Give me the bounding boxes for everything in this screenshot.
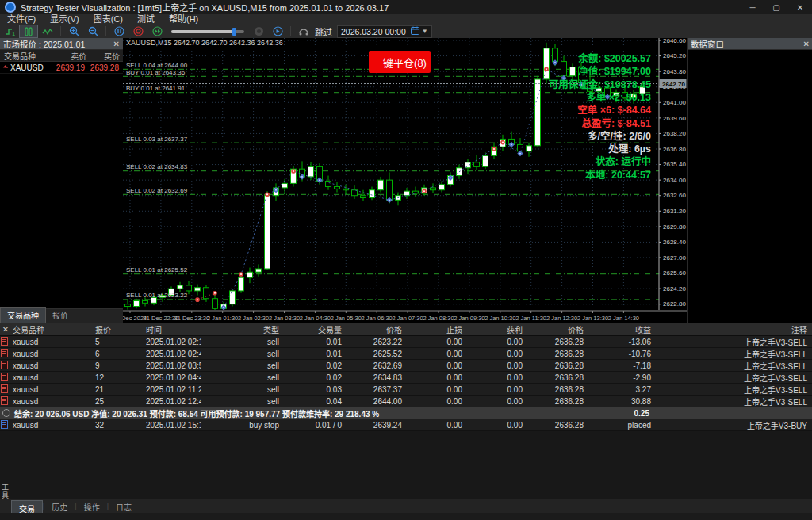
menu-item[interactable]: 图表(C): [86, 14, 130, 25]
cell-profit: placed: [584, 421, 651, 430]
cell-profit: -13.06: [584, 338, 651, 346]
svg-text:1: 1: [12, 30, 15, 36]
svg-text:2646.60: 2646.60: [663, 38, 686, 44]
col-header[interactable]: 交易品种: [11, 323, 95, 335]
col-bid[interactable]: 卖价: [52, 50, 86, 62]
col-ask[interactable]: 买价: [86, 50, 123, 62]
account-summary-row[interactable]: 结余: 20 026.06 USD 净值: 20 026.31 预付款: 68.…: [0, 407, 812, 419]
svg-text:2625.60: 2625.60: [663, 270, 686, 277]
cell-comment: 上帝之手V3-SELL: [651, 360, 812, 372]
bottom-tab-bar: 交易|历史|操作|日志: [0, 499, 812, 514]
play-circle-icon[interactable]: [269, 25, 286, 37]
cell-tp: 0.00: [462, 385, 523, 394]
menu-item[interactable]: 文件(F): [0, 14, 43, 25]
col-header[interactable]: 获利: [462, 323, 523, 335]
cell-profit: 3.27: [584, 385, 651, 394]
svg-text:SELL 0.02 at 2634.83: SELL 0.02 at 2634.83: [126, 163, 188, 170]
tab-symbols[interactable]: 交易品种: [0, 307, 46, 323]
symbol-name: XAUUSD: [10, 63, 44, 72]
pause-icon[interactable]: [20, 25, 37, 37]
table-row[interactable]: xauusd52025.01.02 02:14:...sell0.012623.…: [0, 336, 812, 348]
col-header[interactable]: 类型: [201, 323, 279, 335]
speed-slider-handle[interactable]: [232, 28, 236, 36]
svg-text:BUY 0.01 at 2641.91: BUY 0.01 at 2641.91: [126, 85, 186, 92]
col-header[interactable]: 价格: [523, 323, 584, 335]
cell-volume: 0.02: [279, 373, 342, 382]
chevron-down-icon[interactable]: ▼: [422, 28, 428, 35]
table-row[interactable]: xauusd252025.01.02 12:44:...sell0.042644…: [0, 396, 812, 407]
table-row[interactable]: xauusd122025.01.02 04:44:...sell0.022634…: [0, 372, 812, 384]
order-type-icon: [0, 349, 11, 358]
svg-text:多/空/挂: 2/6/0: 多/空/挂: 2/6/0: [588, 130, 651, 142]
bottom-tab-1[interactable]: 交易: [11, 500, 43, 514]
svg-text:2 Jan 09:30: 2 Jan 09:30: [454, 315, 485, 322]
cell-tp: 0.00: [462, 421, 523, 430]
trades-close-icon[interactable]: ✕: [0, 325, 11, 334]
skip-label[interactable]: 跳过: [315, 25, 332, 38]
table-row[interactable]: xauusd92025.01.02 03:59:...sell0.022632.…: [0, 360, 812, 372]
cell-time: 2025.01.02 02:14:...: [146, 338, 201, 346]
close-button[interactable]: ✕: [788, 0, 812, 14]
market-watch-close-icon[interactable]: ✕: [113, 40, 120, 48]
stop-circle-icon[interactable]: [129, 25, 147, 37]
svg-text:2 Jan 12:30: 2 Jan 12:30: [546, 315, 577, 322]
date-selector[interactable]: 2026.03.20 00:00 ▼: [337, 25, 432, 38]
cell-ticket: 5: [95, 338, 146, 346]
cell-comment: 上帝之手V3-BUY: [651, 419, 812, 431]
calendar-icon[interactable]: [411, 26, 419, 36]
skip-to-date-icon[interactable]: [295, 25, 312, 37]
cell-volume: 0.01 / 0: [279, 421, 342, 430]
table-row[interactable]: xauusd212025.01.02 11:29:...sell0.032637…: [0, 384, 812, 396]
chart-area[interactable]: SELL 0.04 at 2644.00BUY 0.01 at 2643.36B…: [123, 38, 687, 323]
table-row[interactable]: xauusd322025.01.02 15:15:...buy stop0.01…: [0, 419, 812, 431]
zoom-out-icon[interactable]: [84, 25, 102, 37]
pause-circle-icon[interactable]: [110, 25, 128, 37]
minimize-button[interactable]: ─: [741, 0, 764, 14]
col-header[interactable]: 注释: [651, 323, 812, 335]
svg-text:SELL 0.04 at 2644.00: SELL 0.04 at 2644.00: [126, 62, 188, 69]
fast-forward-circle-icon[interactable]: [148, 25, 166, 37]
col-header[interactable]: 交易量: [279, 323, 342, 335]
col-header[interactable]: 时间: [146, 323, 201, 335]
col-header[interactable]: 止损: [402, 323, 462, 335]
bottom-tab-2[interactable]: 历史: [44, 499, 75, 514]
market-watch-tabs: 交易品种 报价: [0, 308, 123, 323]
app-icon: [5, 2, 16, 13]
tick-chart-icon[interactable]: [39, 25, 56, 37]
col-header[interactable]: 价格: [342, 323, 402, 335]
svg-text:SELL 0.02 at 2632.69: SELL 0.02 at 2632.69: [126, 187, 188, 194]
record-icon[interactable]: [250, 25, 267, 37]
svg-text:2627.00: 2627.00: [663, 254, 686, 262]
speed-slider[interactable]: [171, 30, 244, 33]
col-header[interactable]: 收益: [584, 323, 651, 335]
cell-comment: 上帝之手V3-SELL: [651, 348, 812, 360]
order-type-icon: [0, 337, 11, 346]
symbol-row[interactable]: XAUUSD 2639.19 2639.28: [0, 62, 123, 74]
col-header[interactable]: 报价: [95, 323, 146, 335]
cell-time: 2025.01.02 04:44:...: [146, 373, 201, 382]
cell-price: 2644.00: [342, 397, 402, 406]
menu-item[interactable]: 帮助(H): [162, 14, 205, 25]
svg-text:2 Jan 03:30: 2 Jan 03:30: [269, 315, 300, 322]
cell-symbol: xauusd: [11, 350, 95, 358]
cell-ticket: 12: [95, 373, 146, 382]
menu-item[interactable]: 显示(V): [43, 14, 86, 25]
cell-profit: 30.88: [584, 397, 651, 406]
tab-quotes[interactable]: 报价: [46, 308, 75, 323]
cell-current-price: 2636.28: [523, 338, 584, 346]
data-window-close-icon[interactable]: ✕: [803, 40, 810, 48]
svg-text:2641.00: 2641.00: [663, 99, 686, 106]
svg-text:2634.00: 2634.00: [663, 177, 686, 184]
maximize-button[interactable]: ▢: [764, 0, 788, 14]
zoom-in-icon[interactable]: [65, 25, 82, 37]
menu-item[interactable]: 测试: [130, 14, 162, 25]
close-all-positions-button[interactable]: 一键平仓(8): [369, 51, 431, 73]
bottom-tab-4[interactable]: 日志: [109, 499, 139, 514]
svg-text:可用保证金: $19878.45: 可用保证金: $19878.45: [549, 78, 651, 90]
cell-sl: 0.00: [402, 373, 462, 382]
col-symbol[interactable]: 交易品种: [0, 50, 52, 62]
step-forward-icon[interactable]: 1: [1, 25, 18, 37]
table-row[interactable]: xauusd62025.01.02 02:44:...sell0.012625.…: [0, 348, 812, 360]
bottom-tab-3[interactable]: 操作: [77, 499, 107, 514]
candlestick-chart[interactable]: SELL 0.04 at 2644.00BUY 0.01 at 2643.36B…: [123, 38, 687, 323]
